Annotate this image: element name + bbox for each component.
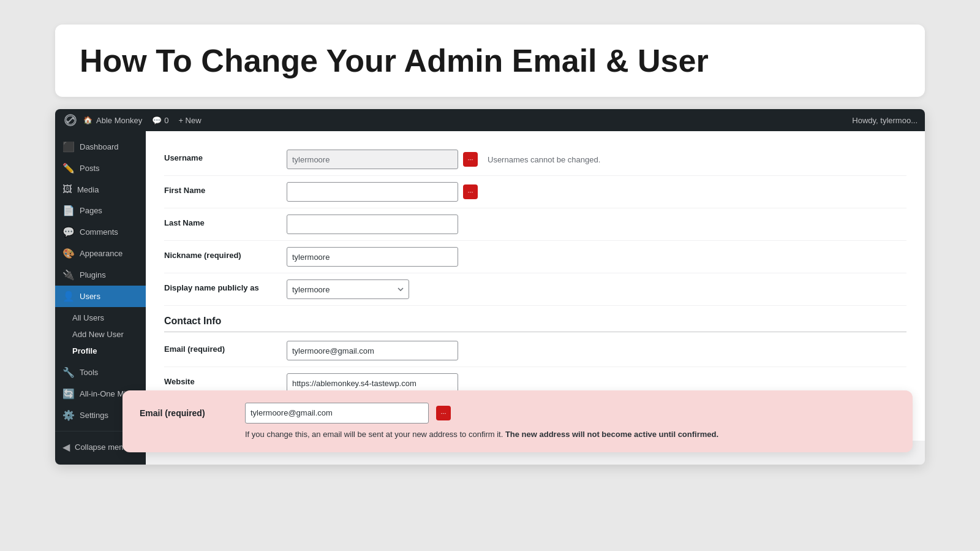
sidebar-item-dashboard[interactable]: ⬛ Dashboard xyxy=(55,136,146,158)
first-name-error-icon: ··· xyxy=(463,184,478,199)
tools-icon: 🔧 xyxy=(62,367,75,378)
sidebar-item-comments[interactable]: 💬 Comments xyxy=(55,221,146,243)
username-field: ··· Usernames cannot be changed. xyxy=(287,150,907,169)
sidebar-item-all-users[interactable]: All Users xyxy=(55,310,146,326)
nickname-row: Nickname (required) xyxy=(164,241,907,273)
users-icon: 👤 xyxy=(62,291,75,302)
howdy-greeting: Howdy, tylermoo... xyxy=(852,116,918,125)
sidebar-item-users[interactable]: 👤 Users xyxy=(55,286,146,307)
page-title: How To Change Your Admin Email & User xyxy=(80,42,900,80)
display-name-select[interactable]: tylermoore xyxy=(287,279,409,299)
display-name-label: Display name publicly as xyxy=(164,279,287,292)
email-row: Email (required) xyxy=(164,335,907,367)
first-name-row: First Name ··· xyxy=(164,176,907,208)
nickname-label: Nickname (required) xyxy=(164,247,287,260)
new-button[interactable]: + New xyxy=(178,116,201,125)
sidebar-item-profile[interactable]: Profile xyxy=(55,343,146,359)
home-icon: 🏠 xyxy=(83,116,92,124)
email-overlay-label: Email (required) xyxy=(140,408,238,418)
collapse-icon: ◀ xyxy=(62,441,70,453)
contact-info-header: Contact Info xyxy=(164,306,907,332)
sidebar-item-add-new-user[interactable]: Add New User xyxy=(55,326,146,343)
email-overlay-note: If you change this, an email will be sen… xyxy=(140,428,895,441)
appearance-icon: 🎨 xyxy=(62,248,75,259)
website-label: Website xyxy=(164,373,287,386)
sidebar-item-pages[interactable]: 📄 Pages xyxy=(55,200,146,221)
sidebar-item-posts[interactable]: ✏️ Posts xyxy=(55,158,146,179)
pages-icon: 📄 xyxy=(62,205,75,216)
email-overlay-input[interactable] xyxy=(245,403,429,424)
email-label: Email (required) xyxy=(164,341,287,354)
sidebar-item-plugins[interactable]: 🔌 Plugins xyxy=(55,264,146,286)
display-name-field: tylermoore xyxy=(287,279,907,299)
site-name[interactable]: 🏠 Able Monkey xyxy=(83,116,142,125)
email-overlay: Email (required) ··· If you change this,… xyxy=(123,390,913,453)
users-submenu: All Users Add New User Profile xyxy=(55,307,146,362)
dashboard-icon: ⬛ xyxy=(62,141,75,153)
media-icon: 🖼 xyxy=(62,184,72,195)
wp-admin-window: 🏠 Able Monkey 💬 0 + New Howdy, tylermoo.… xyxy=(55,109,925,465)
first-name-label: First Name xyxy=(164,182,287,195)
sidebar-item-tools[interactable]: 🔧 Tools xyxy=(55,362,146,383)
posts-icon: ✏️ xyxy=(62,162,75,174)
comments-button[interactable]: 💬 0 xyxy=(152,116,168,125)
username-note: Usernames cannot be changed. xyxy=(488,155,600,164)
email-field xyxy=(287,341,907,360)
username-label: Username xyxy=(164,150,287,162)
email-input[interactable] xyxy=(287,341,458,360)
last-name-row: Last Name xyxy=(164,208,907,241)
last-name-input[interactable] xyxy=(287,215,458,234)
plugins-icon: 🔌 xyxy=(62,269,75,281)
username-input[interactable] xyxy=(287,150,458,169)
admin-bar: 🏠 Able Monkey 💬 0 + New Howdy, tylermoo.… xyxy=(55,109,925,131)
wp-logo-icon[interactable] xyxy=(62,112,78,128)
last-name-label: Last Name xyxy=(164,215,287,227)
settings-icon: ⚙️ xyxy=(62,409,75,421)
nickname-field xyxy=(287,247,907,267)
title-banner: How To Change Your Admin Email & User xyxy=(55,25,925,97)
sidebar-item-appearance[interactable]: 🎨 Appearance xyxy=(55,243,146,264)
comments-icon: 💬 xyxy=(62,226,75,238)
email-overlay-error-icon: ··· xyxy=(436,406,451,420)
last-name-field xyxy=(287,215,907,234)
username-error-icon: ··· xyxy=(463,152,478,167)
display-name-row: Display name publicly as tylermoore xyxy=(164,273,907,306)
sidebar-item-media[interactable]: 🖼 Media xyxy=(55,179,146,200)
username-row: Username ··· Usernames cannot be changed… xyxy=(164,143,907,176)
migration-icon: 🔄 xyxy=(62,388,75,400)
email-overlay-row: Email (required) ··· xyxy=(140,403,895,424)
nickname-input[interactable] xyxy=(287,247,458,267)
first-name-field: ··· xyxy=(287,182,907,202)
bubble-icon: 💬 xyxy=(152,116,162,125)
first-name-input[interactable] xyxy=(287,182,458,202)
